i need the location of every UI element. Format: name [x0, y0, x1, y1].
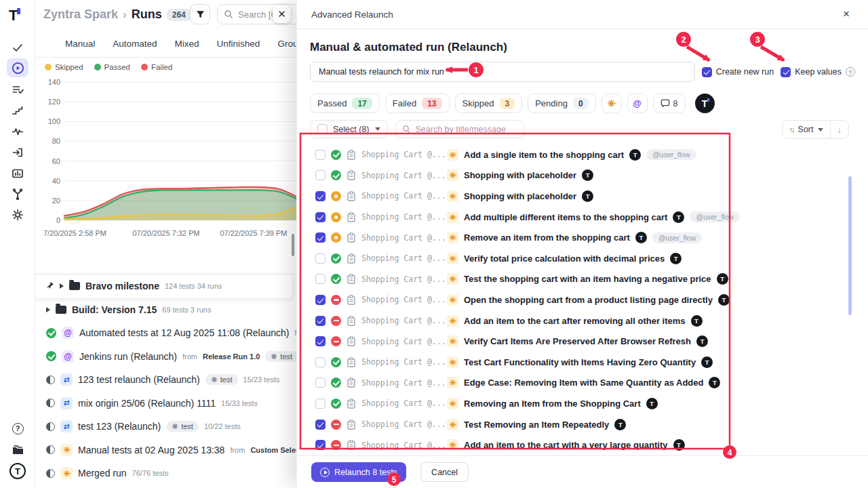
sort-button[interactable]: ↑↓ Sort: [783, 121, 831, 138]
test-row[interactable]: Shopping Cart @... Test Cart Functionali…: [310, 352, 855, 373]
settings-gear-icon[interactable]: [7, 205, 28, 224]
list-check-nav-icon[interactable]: [7, 80, 28, 99]
tab-unfinished[interactable]: Unfinished: [217, 39, 260, 49]
test-row[interactable]: Shopping Cart @... Removing an Item from…: [310, 393, 855, 414]
create-new-run-option[interactable]: Create new run: [702, 67, 774, 77]
test-checkbox[interactable]: [315, 399, 326, 409]
automated-filter-button[interactable]: @: [627, 94, 648, 113]
test-row[interactable]: Shopping Cart @... Edge Case: Removing I…: [310, 373, 855, 394]
page-scrollbar[interactable]: [292, 234, 294, 256]
test-row[interactable]: Shopping Cart @... Test Removing an Item…: [310, 414, 855, 435]
run-row[interactable]: @ Jenkins run (Relaunch) from Release Ru…: [35, 345, 296, 369]
t-badge-icon: T: [629, 149, 641, 161]
select-dropdown[interactable]: Select (8): [310, 120, 388, 138]
close-icon[interactable]: ×: [839, 7, 854, 22]
test-checkbox[interactable]: [315, 440, 326, 450]
manual-filter-button[interactable]: [601, 94, 622, 113]
breadcrumb-project[interactable]: Zyntra Spark: [43, 7, 118, 22]
app-logo-icon[interactable]: T: [9, 7, 18, 24]
test-checkbox[interactable]: [315, 150, 326, 160]
test-row[interactable]: Shopping Cart @... Verify total price ca…: [310, 248, 855, 269]
run-row[interactable]: Bravo milestone 124 tests 34 runs: [35, 274, 292, 298]
test-row[interactable]: Shopping Cart @... Add multiple differen…: [310, 207, 855, 228]
tab-automated[interactable]: Automated: [113, 39, 157, 49]
test-suite-label: Shopping Cart @...: [361, 150, 441, 159]
tab-groups[interactable]: Groups: [277, 39, 296, 49]
runs-nav-icon[interactable]: [7, 58, 28, 77]
run-status-icon: [46, 422, 55, 431]
run-row[interactable]: ⇄ 123 test relaunch (Relaunch) test 15/2…: [35, 368, 296, 392]
test-search-input[interactable]: Search by title/message: [395, 120, 524, 138]
modal-scrollbar[interactable]: [848, 176, 852, 315]
status-filter-pill[interactable]: Skipped 3: [455, 94, 523, 113]
run-row[interactable]: @ Automated tests at 12 Aug 2025 11:08 (…: [35, 321, 296, 345]
test-checkbox[interactable]: [315, 170, 326, 180]
chevron-down-icon: [818, 128, 823, 131]
run-name-input[interactable]: [310, 62, 695, 82]
keep-values-option[interactable]: Keep values ?: [781, 67, 855, 77]
tab-manual[interactable]: Manual: [65, 39, 95, 49]
breadcrumb-section[interactable]: Runs: [132, 7, 162, 22]
test-title: Add a single item to the shopping cart: [464, 150, 624, 160]
cancel-button[interactable]: Cancel: [420, 462, 469, 482]
test-row[interactable]: Shopping Cart @... Shopping with placeho…: [310, 186, 855, 207]
test-row[interactable]: Shopping Cart @... Shopping with placeho…: [310, 165, 855, 186]
test-row[interactable]: Shopping Cart @... Open the shopping car…: [310, 289, 855, 310]
run-row[interactable]: Manual tests at 02 Aug 2025 13:38 from C…: [35, 439, 296, 462]
keep-values-checkbox[interactable]: [781, 67, 791, 77]
test-checkbox[interactable]: [315, 274, 326, 284]
help-icon[interactable]: ?: [7, 419, 28, 438]
search-icon: [402, 125, 411, 134]
projects-folder-icon[interactable]: [7, 441, 28, 460]
t-badge-icon: T: [673, 439, 685, 451]
test-checkbox[interactable]: [315, 253, 326, 264]
chevron-right-icon[interactable]: [60, 283, 64, 289]
test-checkbox[interactable]: [315, 212, 326, 222]
tab-mixed[interactable]: Mixed: [175, 39, 199, 49]
checks-nav-icon[interactable]: [7, 38, 28, 57]
run-row[interactable]: Merged run 76/76 tests: [35, 462, 296, 485]
test-row[interactable]: Shopping Cart @... Add an item to the ca…: [310, 310, 855, 331]
test-checkbox[interactable]: [315, 378, 326, 388]
test-row[interactable]: Shopping Cart @... Add a single item to …: [310, 144, 855, 165]
select-all-checkbox[interactable]: [317, 124, 328, 134]
test-checkbox[interactable]: [315, 232, 326, 243]
test-checkbox[interactable]: [315, 295, 326, 305]
test-checkbox[interactable]: [315, 316, 326, 326]
profile-logo-icon[interactable]: T: [7, 462, 28, 481]
status-filter-pill[interactable]: Pending 0: [528, 94, 595, 113]
test-suite-label: Shopping Cart @...: [361, 441, 441, 450]
chevron-right-icon[interactable]: [46, 307, 50, 312]
status-filter-pill[interactable]: Passed 17: [310, 94, 380, 113]
report-nav-icon[interactable]: [7, 164, 28, 183]
relaunch-button[interactable]: Relaunch 8 tests: [311, 462, 406, 482]
pill-count-badge: 3: [500, 98, 515, 109]
steps-nav-icon[interactable]: [7, 101, 28, 120]
status-filter-pill[interactable]: Failed 13: [385, 94, 450, 113]
run-row[interactable]: ⇄ test 123 (Relaunch) test 10/22 tests: [35, 415, 296, 439]
clipboard-icon: [347, 336, 356, 346]
pulse-nav-icon[interactable]: [7, 122, 28, 141]
test-row[interactable]: Shopping Cart @... Remove an item from t…: [310, 227, 855, 248]
test-row[interactable]: Shopping Cart @... Add an item to the ca…: [310, 434, 855, 455]
test-row[interactable]: Shopping Cart @... Test the shopping car…: [310, 269, 855, 290]
run-row[interactable]: ⇄ mix origin 25/06 (Relaunch) 1111 15/33…: [35, 392, 296, 415]
test-status-icon: [331, 274, 341, 284]
sort-control[interactable]: ↑↓ Sort ↓: [782, 120, 849, 139]
test-row[interactable]: Shopping Cart @... Verify Cart Items Are…: [310, 331, 855, 352]
test-checkbox[interactable]: [315, 191, 326, 201]
test-checkbox[interactable]: [315, 420, 326, 430]
import-nav-icon[interactable]: [7, 143, 28, 162]
comments-filter-button[interactable]: 8: [653, 94, 686, 113]
test-checkbox[interactable]: [315, 357, 326, 367]
test-title: Verify Cart Items Are Preserved After Br…: [464, 336, 691, 346]
create-new-run-checkbox[interactable]: [702, 67, 712, 77]
branch-nav-icon[interactable]: [7, 184, 28, 203]
filter-funnel-button[interactable]: [190, 4, 210, 24]
clear-search-button[interactable]: ✕: [273, 5, 291, 23]
user-avatar[interactable]: T: [695, 94, 715, 113]
test-checkbox[interactable]: [315, 336, 326, 346]
keep-values-help-icon[interactable]: ?: [846, 67, 855, 77]
run-row[interactable]: Build: Version 7.15 69 tests 3 runs: [35, 298, 296, 322]
sort-direction-button[interactable]: ↓: [831, 125, 849, 135]
